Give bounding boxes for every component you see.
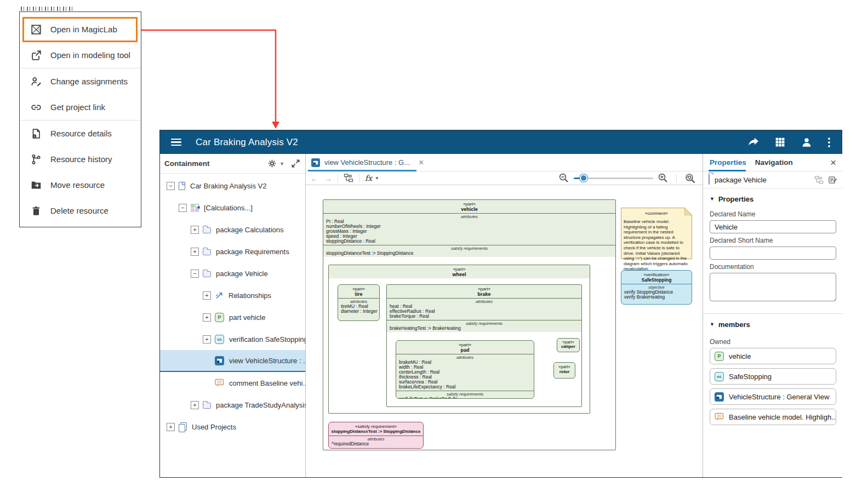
expression-evaluate-control[interactable]: fx ▼ (365, 174, 379, 182)
active-tab-underline (709, 170, 746, 171)
menu-item-change-assignments[interactable]: Change assignments (20, 68, 141, 94)
documentation-label: Documentation (710, 263, 836, 271)
declared-name-field[interactable] (710, 220, 836, 233)
satisfy-compartment: satisfy requirements padLifeTest :> Brak… (396, 391, 534, 399)
tree-toggle[interactable]: − (179, 204, 187, 212)
part-tire-box[interactable]: «part» tire attributes tireMU : Real dia… (338, 284, 380, 321)
zoom-out-icon[interactable] (558, 173, 569, 184)
apps-grid-icon[interactable] (774, 136, 786, 148)
comment-box[interactable]: «comment» Baseline vehicle model. Highli… (621, 208, 692, 259)
related-elements-icon[interactable] (344, 173, 353, 183)
tree-item-view-vehiclestructure[interactable]: view VehicleStructure : ... (160, 350, 305, 372)
hamburger-menu-icon[interactable] (171, 139, 181, 146)
properties-panel: Properties Navigation × package Vehicle (703, 154, 843, 477)
zoom-in-icon[interactable] (658, 173, 669, 184)
part-caliper-box[interactable]: «part» caliper (557, 338, 580, 352)
part-badge: P (215, 313, 224, 322)
part-pad-box[interactable]: «part» pad attributes brakeMU : Real wid… (396, 340, 534, 399)
calculations-icon (191, 204, 199, 212)
tree-item-part-vehicle[interactable]: + P part vehicle (160, 306, 305, 328)
menu-item-resource-history[interactable]: Resource history (20, 146, 141, 172)
menu-item-label: Get project link (50, 102, 105, 112)
tree-item-comment-baseline[interactable]: comment Baseline vehi... (160, 372, 305, 394)
declared-short-name-field[interactable] (710, 247, 836, 260)
part-badge: P (715, 352, 724, 361)
chevron-down-icon: ▼ (710, 322, 715, 327)
share-icon[interactable] (747, 136, 760, 148)
menu-item-open-in-magiclab[interactable]: Open in MagicLab (20, 16, 141, 42)
tree-item-package-tradestudyanalysis[interactable]: + package TradeStudyAnalysis (160, 394, 305, 416)
tree-item-verification-safestopping[interactable]: + vc verification SafeStopping (160, 328, 305, 350)
tab-properties[interactable]: Properties (710, 158, 746, 167)
tree-toggle[interactable]: − (191, 270, 199, 278)
folder-move-icon (30, 179, 42, 191)
document-icon (179, 182, 185, 190)
attributes-compartment: attributes ^requiredDistance (329, 436, 423, 448)
chevron-down-icon[interactable]: ▼ (279, 161, 284, 167)
zoom-slider[interactable] (574, 174, 653, 182)
tree-toggle[interactable]: + (191, 226, 199, 234)
properties-section: ▼ Properties Declared Name Declared Shor… (703, 188, 843, 309)
verification-badge: vc (715, 372, 724, 381)
menu-item-label: Resource details (50, 129, 112, 138)
tree-toggle[interactable]: − (167, 182, 175, 190)
owned-item-safestopping[interactable]: vc SafeStopping (710, 368, 836, 385)
tree-toggle[interactable]: + (203, 313, 211, 322)
members-section-header[interactable]: ▼ members (710, 316, 836, 333)
part-header: «part» pad (396, 341, 534, 354)
menu-item-get-project-link[interactable]: Get project link (20, 94, 141, 120)
tree-item-package-calculations[interactable]: + package Calculations (160, 219, 305, 240)
documents-icon (179, 422, 187, 431)
show-in-tree-icon[interactable] (814, 175, 824, 185)
folder-icon (203, 226, 211, 233)
diagram-toolbar: ← → fx ▼ (306, 171, 703, 185)
verification-box[interactable]: «verification» SafeStopping objective ve… (621, 270, 692, 305)
tree-item-relationships[interactable]: + Relationships (160, 284, 305, 306)
tree-item-package-requirements[interactable]: + package Requirements (160, 240, 305, 262)
link-icon (30, 101, 42, 113)
close-icon[interactable]: × (830, 157, 836, 168)
tree-item-package-vehicle[interactable]: − package Vehicle (160, 262, 305, 284)
kebab-menu-icon[interactable] (827, 136, 831, 148)
comment-icon (715, 413, 724, 421)
menu-item-move-resource[interactable]: Move resource (20, 172, 141, 198)
diagram-canvas[interactable]: «part» vehicle attributes PI : Real numb… (306, 186, 703, 477)
tab-close-icon[interactable]: × (419, 158, 424, 168)
view-icon (715, 392, 724, 402)
reset-zoom-icon[interactable] (684, 173, 696, 184)
menu-item-resource-details[interactable]: Resource details (20, 121, 141, 146)
attributes-compartment: attributes heat : Real effectiveRadius :… (387, 298, 581, 320)
tree-toggle[interactable]: + (203, 291, 211, 300)
gear-icon[interactable] (267, 159, 277, 168)
user-icon[interactable] (801, 136, 813, 148)
expand-panel-icon[interactable] (292, 159, 300, 168)
folder-icon (203, 248, 211, 255)
open-form-icon[interactable] (828, 175, 837, 185)
menu-item-open-in-modeling-tool[interactable]: Open in modeling tool (20, 42, 141, 68)
document-info-icon (30, 128, 42, 140)
tab-navigation[interactable]: Navigation (755, 158, 793, 167)
satisfy-requirement-box[interactable]: «satisfy requirement» stoppingDistanceTe… (328, 422, 424, 449)
chevron-down-icon: ▼ (710, 196, 715, 202)
selected-element-row: package Vehicle (703, 171, 843, 188)
tree-item-project[interactable]: − Car Braking Analysis V2 (160, 175, 305, 197)
tree-toggle[interactable]: + (191, 401, 199, 409)
zoom-slider-thumb[interactable] (580, 174, 587, 182)
tree-toggle[interactable]: + (203, 335, 211, 343)
owned-item-vehiclestructure-view[interactable]: VehicleStructure : General View (710, 388, 836, 405)
tab-vehiclestructure[interactable]: view VehicleStructure : G... × (306, 154, 431, 171)
owned-item-baseline-comment[interactable]: Baseline vehicle model. Highligh... (710, 409, 836, 425)
tree-toggle[interactable]: + (167, 423, 175, 431)
forward-icon[interactable]: → (324, 174, 332, 182)
properties-section-header[interactable]: ▼ Properties (710, 191, 836, 207)
tree-item-calculations-root[interactable]: − [Calculations...] (160, 197, 305, 219)
menu-item-delete-resource[interactable]: Delete resource (20, 198, 141, 224)
tree-item-used-projects[interactable]: + Used Projects (160, 416, 305, 438)
part-rotor-box[interactable]: «part» rotor (553, 362, 575, 379)
owned-item-vehicle[interactable]: P vehicle (710, 348, 836, 364)
menu-item-label: Move resource (50, 180, 105, 190)
tree-toggle[interactable]: + (191, 248, 199, 256)
back-icon[interactable]: ← (310, 174, 318, 182)
documentation-field[interactable] (710, 273, 836, 301)
declared-short-name-label: Declared Short Name (710, 237, 836, 244)
